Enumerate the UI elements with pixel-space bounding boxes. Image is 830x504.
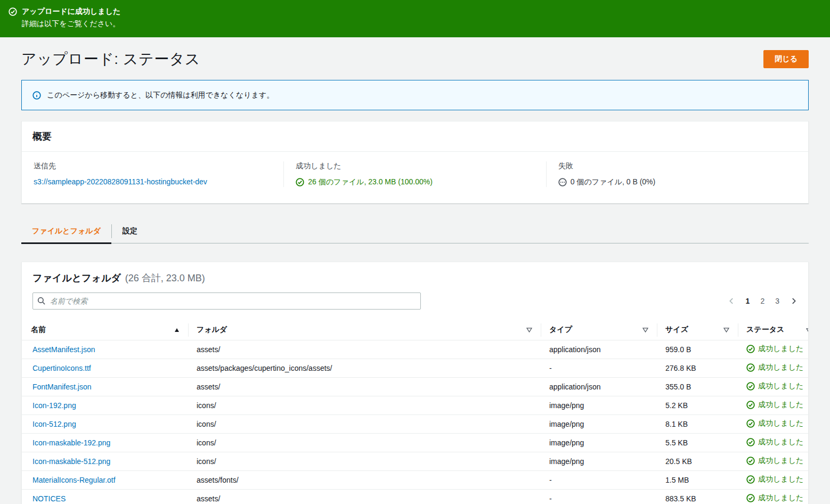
pagination-prev-icon[interactable] — [728, 297, 735, 305]
table-row: Icon-512.png icons/ image/png 8.1 KB 成功し… — [22, 415, 808, 434]
folder-cell: assets/packages/cupertino_icons/assets/ — [188, 359, 541, 378]
filter-icon[interactable] — [723, 328, 729, 332]
summary-failed: 失敗 0 個のファイル, 0 B (0%) — [546, 161, 808, 187]
file-name-link[interactable]: NOTICES — [32, 494, 66, 503]
file-name-link[interactable]: CupertinoIcons.ttf — [32, 364, 91, 372]
summary-panel-header: 概要 — [22, 121, 808, 152]
column-header-type[interactable]: タイプ — [541, 320, 657, 340]
tab-files-and-folders[interactable]: ファイルとフォルダ — [21, 220, 111, 243]
folder-cell: icons/ — [188, 452, 541, 471]
page-title: アップロード: ステータス — [21, 49, 200, 69]
status-text: 成功しました — [758, 437, 803, 447]
type-cell: - — [541, 490, 657, 504]
pagination-page-1[interactable]: 1 — [746, 297, 750, 305]
file-name-link[interactable]: Icon-maskable-192.png — [32, 438, 110, 447]
status-cell: 成功しました — [738, 452, 808, 471]
flashbar-subtitle: 詳細は以下をご覧ください。 — [22, 19, 821, 29]
table-title: ファイルとフォルダ — [32, 272, 121, 284]
column-header-size[interactable]: サイズ — [657, 320, 738, 340]
size-cell: 1.5 MB — [657, 471, 738, 490]
column-header-status[interactable]: ステータス — [738, 320, 808, 340]
filter-icon[interactable] — [642, 328, 648, 332]
file-name-link[interactable]: Icon-192.png — [32, 401, 76, 410]
folder-cell: assets/fonts/ — [188, 471, 541, 490]
search-input[interactable] — [32, 292, 421, 310]
pagination-next-icon[interactable] — [790, 297, 798, 305]
success-status-icon — [746, 382, 755, 391]
info-alert-text: このページから移動すると、以下の情報は利用できなくなります。 — [47, 91, 274, 100]
files-table-panel: ファイルとフォルダ (26 合計, 23.0 MB) 1 2 3 — [21, 262, 809, 504]
status-cell: 成功しました — [738, 378, 808, 396]
table-row: FontManifest.json assets/ application/js… — [22, 378, 808, 396]
search-box — [32, 292, 421, 310]
file-name-link[interactable]: Icon-512.png — [32, 420, 76, 428]
folder-cell: assets/ — [188, 490, 541, 504]
info-alert: このページから移動すると、以下の情報は利用できなくなります。 — [21, 80, 809, 110]
type-cell: image/png — [541, 452, 657, 471]
file-name-link[interactable]: FontManifest.json — [32, 383, 92, 391]
status-cell: 成功しました — [738, 396, 808, 415]
status-text: 成功しました — [758, 419, 803, 428]
success-value: 26 個のファイル, 23.0 MB (100.00%) — [308, 177, 433, 187]
success-status-icon — [746, 363, 755, 372]
success-status-icon — [746, 457, 755, 465]
file-name-link[interactable]: MaterialIcons-Regular.otf — [32, 476, 116, 484]
type-cell: image/png — [541, 434, 657, 452]
status-cell: 成功しました — [738, 434, 808, 452]
size-cell: 5.2 KB — [657, 396, 738, 415]
status-text: 成功しました — [758, 475, 803, 484]
filter-icon[interactable] — [806, 326, 809, 335]
table-row: MaterialIcons-Regular.otf assets/fonts/ … — [22, 471, 808, 490]
success-check-icon — [9, 7, 17, 16]
pagination: 1 2 3 — [728, 297, 798, 305]
failed-value: 0 個のファイル, 0 B (0%) — [571, 177, 656, 187]
size-cell: 8.1 KB — [657, 415, 738, 434]
type-cell: - — [541, 359, 657, 378]
size-cell: 959.0 B — [657, 340, 738, 359]
summary-destination: 送信先 s3://sampleapp-20220828091131-hostin… — [22, 161, 283, 187]
flashbar-title: アップロードに成功しました — [22, 7, 120, 17]
status-text: 成功しました — [758, 493, 803, 503]
status-text: 成功しました — [758, 344, 803, 354]
file-name-link[interactable]: Icon-maskable-512.png — [32, 457, 110, 466]
column-header-folder[interactable]: フォルダ — [188, 320, 541, 340]
success-status-icon — [296, 178, 304, 186]
status-cell: 成功しました — [738, 471, 808, 490]
column-header-name[interactable]: 名前 — [22, 320, 188, 340]
summary-success: 成功しました 26 個のファイル, 23.0 MB (100.00%) — [283, 161, 546, 187]
status-text: 成功しました — [758, 363, 803, 372]
summary-panel: 概要 送信先 s3://sampleapp-20220828091131-hos… — [21, 121, 809, 204]
status-text: 成功しました — [758, 381, 803, 391]
pagination-page-3[interactable]: 3 — [775, 297, 779, 305]
pagination-page-2[interactable]: 2 — [760, 297, 764, 305]
table-row: Icon-192.png icons/ image/png 5.2 KB 成功し… — [22, 396, 808, 415]
size-cell: 883.5 KB — [657, 490, 738, 504]
success-label: 成功しました — [296, 161, 534, 171]
success-status-icon — [746, 401, 755, 409]
page-header: アップロード: ステータス 閉じる — [21, 49, 809, 69]
status-text: 成功しました — [758, 400, 803, 410]
destination-bucket-link[interactable]: s3://sampleapp-20220828091131-hostingbuc… — [34, 177, 207, 186]
tab-bar: ファイルとフォルダ 設定 — [21, 220, 809, 243]
flashbar-success: アップロードに成功しました 詳細は以下をご覧ください。 — [0, 0, 830, 37]
failed-label: 失敗 — [558, 161, 796, 171]
success-status-icon — [746, 494, 755, 502]
success-status-icon — [746, 438, 755, 446]
table-row: NOTICES assets/ - 883.5 KB 成功しました — [22, 490, 808, 504]
status-cell: 成功しました — [738, 415, 808, 434]
size-cell: 20.5 KB — [657, 452, 738, 471]
folder-cell: icons/ — [188, 415, 541, 434]
filter-icon[interactable] — [526, 328, 532, 332]
tab-settings[interactable]: 設定 — [112, 220, 148, 243]
close-button[interactable]: 閉じる — [763, 50, 809, 68]
status-cell: 成功しました — [738, 359, 808, 378]
table-row: Icon-maskable-192.png icons/ image/png 5… — [22, 434, 808, 452]
files-table: 名前 フォルダ — [22, 320, 808, 504]
sort-ascending-icon[interactable] — [174, 328, 180, 332]
size-cell: 5.5 KB — [657, 434, 738, 452]
destination-label: 送信先 — [34, 161, 272, 171]
status-text: 成功しました — [758, 456, 803, 466]
folder-cell: assets/ — [188, 340, 541, 359]
file-name-link[interactable]: AssetManifest.json — [32, 345, 95, 354]
success-status-icon — [746, 419, 755, 428]
